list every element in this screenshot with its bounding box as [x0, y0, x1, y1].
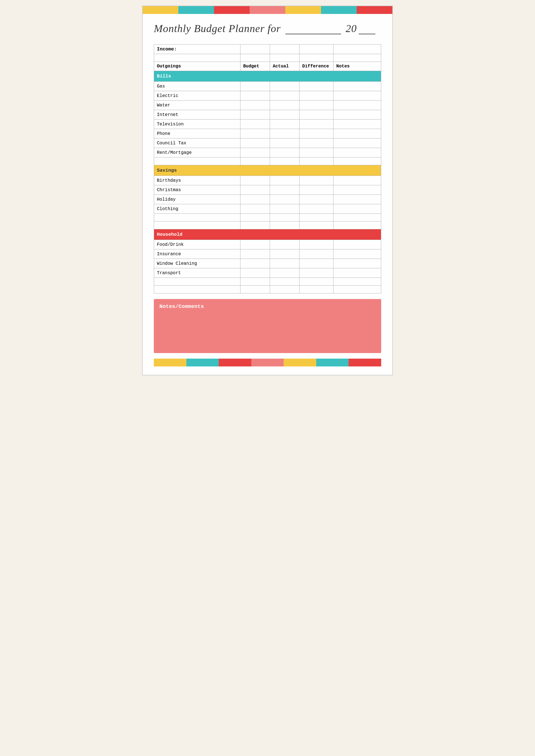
row-notes-television[interactable] [333, 120, 381, 129]
row-actual-council-tax[interactable] [270, 138, 299, 148]
row-diff-food [299, 240, 333, 249]
col-header-actual: Actual [270, 62, 299, 71]
row-actual-transport[interactable] [270, 268, 299, 278]
spacer-row-1 [154, 54, 381, 62]
row-notes-window[interactable] [333, 259, 381, 268]
table-row: Phone [154, 129, 381, 138]
row-notes-insurance[interactable] [333, 249, 381, 259]
row-actual-christmas[interactable] [270, 185, 299, 195]
row-notes-rent[interactable] [333, 148, 381, 157]
row-budget-council-tax[interactable] [240, 138, 270, 148]
row-budget-rent[interactable] [240, 148, 270, 157]
row-budget-electric[interactable] [240, 91, 270, 100]
row-label-birthdays: Birthdays [154, 176, 240, 185]
row-diff-water [299, 100, 333, 110]
bar-seg-7 [357, 6, 392, 14]
income-diff [299, 44, 333, 54]
table-row: Food/Drink [154, 240, 381, 249]
income-row: Income: [154, 44, 381, 54]
row-label-food-drink: Food/Drink [154, 240, 240, 249]
row-label-clothing: Clothing [154, 204, 240, 214]
page: Monthly Budget Planner for 20 Income: Ou… [142, 6, 393, 375]
row-diff-internet [299, 110, 333, 120]
row-actual-birthdays[interactable] [270, 176, 299, 185]
row-diff-electric [299, 91, 333, 100]
row-budget-clothing[interactable] [240, 204, 270, 214]
table-row: Rent/Mortgage [154, 148, 381, 157]
table-row: Holiday [154, 195, 381, 204]
household-section-header: Household [154, 229, 381, 240]
row-diff-birthdays [299, 176, 333, 185]
row-notes-christmas[interactable] [333, 185, 381, 195]
title-text: Monthly Budget Planner for [154, 23, 281, 34]
row-actual-television[interactable] [270, 120, 299, 129]
row-actual-electric[interactable] [270, 91, 299, 100]
row-notes-birthdays[interactable] [333, 176, 381, 185]
savings-label: Savings [154, 165, 381, 176]
table-row: Window Cleaning [154, 259, 381, 268]
row-label-council-tax: Council Tax [154, 138, 240, 148]
row-label-electric: Electric [154, 91, 240, 100]
notes-comments-section: Notes/Comments [154, 299, 381, 353]
row-budget-phone[interactable] [240, 129, 270, 138]
budget-table: Income: Outgoings Budget Actual Differen… [154, 44, 381, 294]
row-budget-transport[interactable] [240, 268, 270, 278]
table-row: Birthdays [154, 176, 381, 185]
row-label-christmas: Christmas [154, 185, 240, 195]
row-actual-water[interactable] [270, 100, 299, 110]
row-label-internet: Internet [154, 110, 240, 120]
row-diff-television [299, 120, 333, 129]
bar-seg-1 [143, 6, 178, 14]
row-actual-phone[interactable] [270, 129, 299, 138]
household-label: Household [154, 229, 381, 240]
row-budget-holiday[interactable] [240, 195, 270, 204]
row-notes-internet[interactable] [333, 110, 381, 120]
bottom-bar-seg-1 [154, 359, 186, 366]
row-actual-food[interactable] [270, 240, 299, 249]
row-budget-christmas[interactable] [240, 185, 270, 195]
row-notes-phone[interactable] [333, 129, 381, 138]
row-actual-clothing[interactable] [270, 204, 299, 214]
row-budget-internet[interactable] [240, 110, 270, 120]
row-budget-television[interactable] [240, 120, 270, 129]
row-actual-insurance[interactable] [270, 249, 299, 259]
row-budget-gas[interactable] [240, 82, 270, 91]
row-budget-water[interactable] [240, 100, 270, 110]
bar-seg-6 [321, 6, 357, 14]
table-row: Transport [154, 268, 381, 278]
bottom-bar-seg-6 [316, 359, 349, 366]
income-notes [333, 44, 381, 54]
row-budget-insurance[interactable] [240, 249, 270, 259]
bills-label: Bills [154, 71, 381, 82]
row-label-holiday: Holiday [154, 195, 240, 204]
table-row: Water [154, 100, 381, 110]
row-notes-council-tax[interactable] [333, 138, 381, 148]
income-actual [270, 44, 299, 54]
table-row: Television [154, 120, 381, 129]
row-actual-window[interactable] [270, 259, 299, 268]
row-actual-rent[interactable] [270, 148, 299, 157]
row-budget-food[interactable] [240, 240, 270, 249]
row-diff-christmas [299, 185, 333, 195]
row-notes-electric[interactable] [333, 91, 381, 100]
row-diff-holiday [299, 195, 333, 204]
table-row: Internet [154, 110, 381, 120]
table-row: Electric [154, 91, 381, 100]
row-notes-water[interactable] [333, 100, 381, 110]
notes-body[interactable] [159, 312, 376, 349]
row-notes-transport[interactable] [333, 268, 381, 278]
row-budget-birthdays[interactable] [240, 176, 270, 185]
row-notes-food[interactable] [333, 240, 381, 249]
row-budget-window[interactable] [240, 259, 270, 268]
spacer-row-5 [154, 278, 381, 286]
bottom-bar-seg-2 [186, 359, 219, 366]
row-diff-transport [299, 268, 333, 278]
row-notes-holiday[interactable] [333, 195, 381, 204]
row-notes-gas[interactable] [333, 82, 381, 91]
row-actual-internet[interactable] [270, 110, 299, 120]
row-actual-gas[interactable] [270, 82, 299, 91]
row-actual-holiday[interactable] [270, 195, 299, 204]
top-color-bar [143, 6, 392, 14]
row-notes-clothing[interactable] [333, 204, 381, 214]
spacer-row-3 [154, 214, 381, 222]
